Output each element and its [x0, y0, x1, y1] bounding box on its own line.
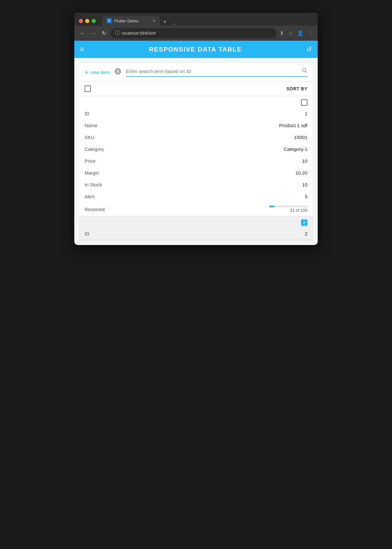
traffic-lights	[79, 19, 96, 23]
app-title: RESPONSIVE DATA TABLE	[149, 46, 242, 53]
field-alert: Alert 5	[79, 191, 313, 202]
search-icon[interactable]	[302, 68, 307, 75]
field-margin: Margin 10.20	[79, 167, 313, 179]
field-value-id-row2: 2	[305, 231, 307, 236]
table-row: ID 2	[79, 216, 313, 240]
plus-icon: +	[85, 68, 89, 77]
tab-chevron-icon[interactable]: ⌄	[170, 20, 178, 26]
new-item-label: new item	[91, 70, 110, 75]
received-progress-wrap: 21 of 150	[269, 206, 307, 213]
tab-close-button[interactable]: ×	[153, 18, 155, 23]
tab-title-label: Flutter Demo	[114, 19, 150, 23]
table-row: ID 1 Name Product 1 sdf SKU 10001 Catego…	[79, 96, 313, 216]
svg-line-4	[306, 71, 307, 73]
clear-circle-icon	[114, 68, 121, 75]
toolbar: + new item	[79, 63, 313, 82]
row-1-checkbox[interactable]	[301, 99, 307, 106]
search-input-wrap	[126, 68, 307, 77]
app-refresh-icon[interactable]: ↺	[306, 45, 312, 53]
progress-bar-fill	[269, 206, 274, 207]
new-tab-button[interactable]: +	[160, 18, 170, 26]
browser-nav: ← → ↻ ⓘ localhost:59403/#/ ⬆ ☆ 👤 ⋮	[74, 26, 318, 41]
reload-button[interactable]: ↻	[101, 29, 107, 37]
tab-favicon: F	[107, 18, 112, 23]
field-id-row2: ID 2	[79, 228, 313, 240]
field-instock: In Stock 10	[79, 179, 313, 191]
field-received: Received 21 of 150	[79, 202, 313, 216]
field-price: Price 10	[79, 155, 313, 167]
field-value-sku: 10001	[294, 135, 307, 140]
field-label-alert: Alert	[85, 194, 94, 199]
info-icon: ⓘ	[115, 30, 120, 37]
nav-action-icons: ⬆ ☆ 👤 ⋮	[280, 30, 313, 36]
field-name: Name Product 1 sdf	[79, 119, 313, 131]
maximize-button[interactable]	[92, 19, 96, 23]
row-2-checkbox-header	[79, 216, 313, 228]
received-progress-text: 21 of 150	[290, 208, 307, 213]
close-button[interactable]	[79, 19, 83, 23]
search-clear-icon[interactable]	[114, 68, 121, 77]
row-checkbox-header	[79, 96, 313, 108]
field-label-sku: SKU	[85, 135, 94, 140]
field-label-id: ID	[85, 111, 89, 116]
field-label-margin: Margin	[85, 170, 99, 176]
field-sku: SKU 10001	[79, 131, 313, 143]
field-value-margin: 10.20	[295, 170, 307, 176]
hamburger-menu-icon[interactable]: ≡	[80, 45, 84, 53]
field-value-name: Product 1 sdf	[279, 123, 307, 128]
sort-by-label[interactable]: SORT BY	[286, 86, 307, 91]
share-icon[interactable]: ⬆	[280, 30, 284, 36]
app-header: ≡ RESPONSIVE DATA TABLE ↺	[74, 41, 318, 58]
field-category: Category Category-1	[79, 143, 313, 155]
search-input[interactable]	[126, 69, 299, 74]
field-label-instock: In Stock	[85, 182, 102, 187]
field-value-id: 1	[305, 111, 307, 116]
select-all-checkbox[interactable]	[85, 86, 91, 92]
address-text: localhost:59403/#/	[122, 31, 156, 36]
back-button[interactable]: ←	[79, 30, 86, 37]
forward-button[interactable]: →	[90, 30, 97, 37]
new-item-button[interactable]: + new item	[85, 68, 110, 77]
row-2-checkbox[interactable]	[301, 219, 307, 226]
field-value-category: Category-1	[284, 146, 307, 152]
field-value-instock: 10	[302, 182, 307, 187]
app-body: + new item	[74, 58, 318, 245]
field-label-price: Price	[85, 158, 95, 164]
address-bar[interactable]: ⓘ localhost:59403/#/	[110, 28, 276, 38]
browser-window: F Flutter Demo × + ⌄ ← → ↻ ⓘ localhost:5…	[74, 13, 318, 245]
browser-titlebar: F Flutter Demo × + ⌄	[74, 13, 318, 26]
field-value-alert: 5	[305, 194, 307, 199]
browser-menu-icon[interactable]: ⋮	[308, 30, 313, 36]
bookmark-icon[interactable]: ☆	[288, 30, 293, 36]
progress-bar-background	[269, 206, 307, 207]
account-icon[interactable]: 👤	[297, 30, 304, 36]
table-header-row: SORT BY	[79, 82, 313, 96]
content-card: + new item	[79, 63, 313, 240]
minimize-button[interactable]	[85, 19, 89, 23]
field-label-id-row2: ID	[85, 231, 89, 236]
field-id: ID 1	[79, 108, 313, 119]
tab-bar: F Flutter Demo × + ⌄	[102, 16, 313, 26]
active-tab[interactable]: F Flutter Demo ×	[102, 16, 160, 26]
field-label-received: Received	[85, 207, 105, 212]
field-label-name: Name	[85, 123, 97, 128]
field-label-category: Category	[85, 146, 104, 152]
field-value-price: 10	[302, 158, 307, 164]
